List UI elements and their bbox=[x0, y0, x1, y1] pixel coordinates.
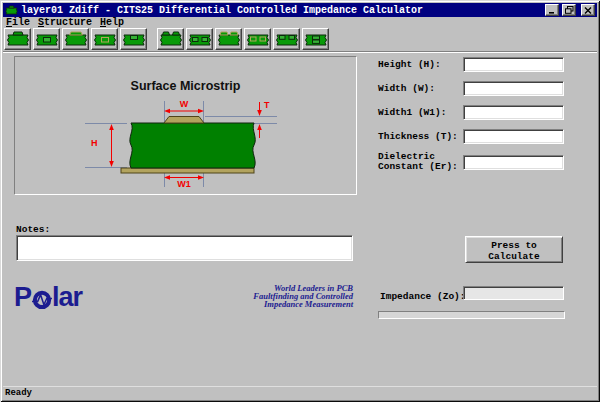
toolbar-button-offset-stripline[interactable] bbox=[91, 28, 118, 50]
coated-microstrip-icon bbox=[64, 30, 88, 48]
toolbar-button-diff-stripline[interactable] bbox=[186, 28, 213, 50]
impedance-result-field bbox=[463, 286, 564, 300]
diagram-title: Surface Microstrip bbox=[15, 79, 356, 93]
dielectric-input[interactable] bbox=[463, 155, 564, 170]
minimize-button[interactable] bbox=[545, 4, 559, 16]
toolbar-button-diff-surface-microstrip[interactable] bbox=[157, 28, 184, 50]
minimize-icon bbox=[548, 7, 556, 14]
dimension-label-w1: W1 bbox=[164, 180, 204, 189]
toolbar-button-surface-microstrip[interactable] bbox=[4, 28, 31, 50]
polar-logo: P lar bbox=[14, 283, 82, 311]
titlebar[interactable]: layer01 Zdiff - CITS25 Differential Cont… bbox=[3, 3, 597, 17]
structure-diagram-panel: Surface Microstrip W T H W1 bbox=[14, 56, 357, 195]
polar-logo-o-pulse-icon bbox=[32, 289, 52, 310]
notes-label: Notes: bbox=[16, 224, 50, 235]
progress-bar bbox=[378, 311, 565, 319]
thickness-input[interactable] bbox=[463, 129, 564, 144]
toolbar-button-broadside-stripline[interactable] bbox=[302, 28, 329, 50]
toolbar-button-stripline[interactable] bbox=[33, 28, 60, 50]
height-input[interactable] bbox=[463, 57, 564, 72]
notes-input[interactable] bbox=[16, 235, 353, 261]
brand-tagline: World Leaders in PCB Faultfinding and Co… bbox=[153, 284, 353, 308]
dimension-label-h: H bbox=[91, 139, 98, 148]
diff-stripline-icon bbox=[188, 30, 212, 48]
toolbar-separator bbox=[3, 51, 597, 53]
toolbar-button-coated-microstrip[interactable] bbox=[62, 28, 89, 50]
toolbar-button-diff-offset-stripline[interactable] bbox=[244, 28, 271, 50]
width-label: Width (W): bbox=[378, 84, 463, 94]
width1-input[interactable] bbox=[463, 105, 564, 120]
stripline-icon bbox=[35, 30, 59, 48]
surface-microstrip-icon bbox=[6, 30, 30, 48]
restore-icon bbox=[565, 6, 574, 14]
embedded-microstrip-icon bbox=[122, 30, 146, 48]
menu-help[interactable]: Help bbox=[100, 17, 124, 28]
thickness-label: Thickness (T): bbox=[378, 132, 463, 142]
menu-file[interactable]: File bbox=[6, 17, 30, 28]
height-label: Height (H): bbox=[378, 60, 463, 70]
dielectric-label: Dielectric Constant (Er): bbox=[378, 152, 463, 172]
close-icon bbox=[584, 7, 592, 14]
app-window: layer01 Zdiff - CITS25 Differential Cont… bbox=[0, 0, 600, 402]
toolbar-button-embedded-microstrip[interactable] bbox=[120, 28, 147, 50]
menu-structure[interactable]: Structure bbox=[38, 17, 92, 28]
diff-surface-microstrip-icon bbox=[159, 30, 183, 48]
toolbar-button-diff-coated-microstrip[interactable] bbox=[215, 28, 242, 50]
close-button[interactable] bbox=[581, 4, 595, 16]
app-icon[interactable] bbox=[5, 5, 18, 15]
microstrip-cross-section bbox=[15, 57, 356, 194]
impedance-label: Impedance (Zo): bbox=[380, 291, 466, 302]
broadside-stripline-icon bbox=[304, 30, 328, 48]
diff-embedded-microstrip-icon bbox=[275, 30, 299, 48]
dimension-label-w: W bbox=[164, 100, 204, 109]
status-bar: Ready bbox=[3, 387, 597, 399]
diff-coated-microstrip-icon bbox=[217, 30, 241, 48]
menubar: File Structure Help bbox=[0, 17, 597, 28]
offset-stripline-icon bbox=[93, 30, 117, 48]
width-input[interactable] bbox=[463, 81, 564, 96]
window-title: layer01 Zdiff - CITS25 Differential Cont… bbox=[21, 5, 542, 16]
width1-label: Width1 (W1): bbox=[378, 108, 463, 118]
restore-button[interactable] bbox=[562, 4, 576, 16]
diff-offset-stripline-icon bbox=[246, 30, 270, 48]
calculate-button[interactable]: Press to Calculate bbox=[465, 236, 563, 263]
dimension-label-t: T bbox=[264, 101, 270, 110]
toolbar-button-diff-embedded-microstrip[interactable] bbox=[273, 28, 300, 50]
